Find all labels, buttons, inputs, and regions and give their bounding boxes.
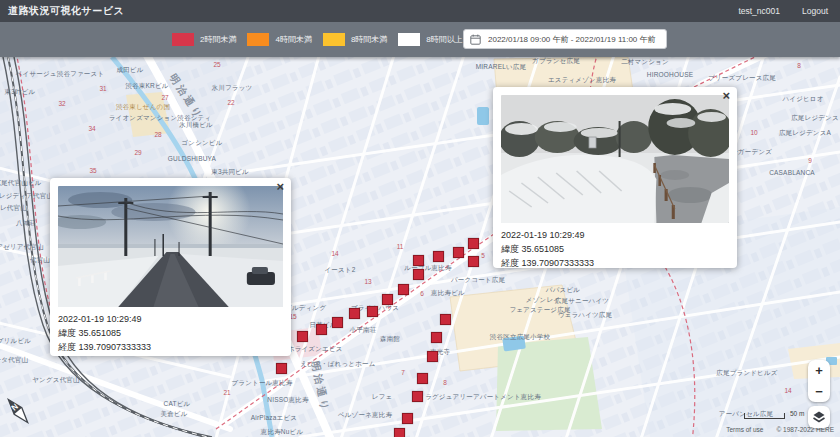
legend-label: 8時間以上 <box>426 34 462 45</box>
map-marker[interactable] <box>402 413 413 424</box>
map-label: ルーブル恵比寿 <box>404 264 451 273</box>
map-label: アゼリア代官山 <box>0 243 44 252</box>
map-label: MIRARELい広尾 <box>476 63 527 72</box>
legend-label: 4時間未満 <box>275 34 311 45</box>
map-label: 二村マンション <box>621 58 669 67</box>
block-number: 28 <box>154 131 161 138</box>
map-label: エスティメゾン恵比寿 <box>548 76 616 85</box>
map-label: 渋谷区立広尾小学校 <box>490 333 550 342</box>
popup-timestamp: 2022-01-19 10:29:49 <box>501 228 729 242</box>
map-marker[interactable] <box>431 332 442 343</box>
layers-button[interactable] <box>808 406 830 428</box>
legend: 2時間未満 4時間未満 8時間未満 8時間以上 <box>172 22 463 57</box>
map-marker[interactable] <box>394 428 405 437</box>
map-marker[interactable] <box>367 306 378 317</box>
map-marker[interactable] <box>413 269 424 280</box>
map-label: CASABLANCA <box>769 169 815 176</box>
map-canvas[interactable]: ベイサージュ渋谷ファースト東3叶ビル成田ビル渋谷東KRビル渋谷東しぜんの国ライオ… <box>0 57 840 437</box>
block-number: 11 <box>397 243 404 250</box>
map-marker[interactable] <box>427 351 438 362</box>
map-label: 渋谷東KRビル <box>125 82 168 91</box>
map-marker[interactable] <box>413 255 424 266</box>
scale-bar <box>744 413 785 419</box>
map-label: ブリーズプレース広尾 <box>708 74 776 83</box>
block-number: 14 <box>331 250 338 257</box>
map-label: ラータ代官山 <box>0 356 28 365</box>
block-number: 10 <box>750 129 757 136</box>
map-label: パパスビル <box>546 286 580 295</box>
close-icon[interactable]: × <box>722 89 730 102</box>
block-number: 35 <box>89 167 96 174</box>
map-marker[interactable] <box>433 251 444 262</box>
map-label: GULDSHIBUYA <box>168 155 216 162</box>
map-marker[interactable] <box>417 373 428 384</box>
terms-of-use-link[interactable]: Terms of use <box>726 426 763 433</box>
zoom-out-button[interactable]: − <box>808 381 830 402</box>
popup-timestamp: 2022-01-19 10:29:49 <box>58 312 283 326</box>
map-label: ハイジヒロオ <box>782 95 823 104</box>
map-label: HIROOHOUSE <box>647 71 693 78</box>
block-number: 6 <box>420 290 424 297</box>
close-icon[interactable]: × <box>276 180 284 193</box>
legend-label: 8時間未満 <box>351 34 387 45</box>
map-label: レフェ <box>372 393 393 402</box>
map-marker[interactable] <box>440 314 451 325</box>
legend-swatch-orange <box>247 33 269 46</box>
map-marker[interactable] <box>398 284 409 295</box>
map-marker[interactable] <box>468 256 479 267</box>
compass-icon[interactable]: N <box>2 394 34 428</box>
legend-item-over-8h: 8時間以上 <box>398 33 462 46</box>
popup-longitude: 経度 139.70907333333 <box>58 340 283 354</box>
map-label: 広尾レジデンス <box>791 114 839 123</box>
popup-latitude: 緯度 35.651085 <box>501 242 729 256</box>
map-marker[interactable] <box>453 247 464 258</box>
app-header: 道路状況可視化サービス test_nc001 Logout <box>0 0 840 22</box>
map-marker[interactable] <box>468 238 479 249</box>
map-marker[interactable] <box>297 331 308 342</box>
block-number: 21 <box>223 389 230 396</box>
map-label: NISSO恵比寿 <box>267 396 308 405</box>
legend-swatch-white <box>398 33 420 46</box>
legend-item-under-4h: 4時間未満 <box>247 33 311 46</box>
logout-button[interactable]: Logout <box>802 6 828 16</box>
block-number: 22 <box>227 99 234 106</box>
map-popup-park: × <box>493 87 737 268</box>
block-number: 8 <box>797 62 801 69</box>
map-label: CATビル <box>164 400 191 409</box>
map-label: ラグジュアリーアパートメント恵比寿 <box>425 393 541 402</box>
map-label: 氷川フラッツ <box>212 84 253 93</box>
date-range-input[interactable] <box>488 35 666 44</box>
map-marker[interactable] <box>412 391 423 402</box>
map-marker[interactable] <box>382 294 393 305</box>
map-marker[interactable] <box>276 363 287 374</box>
date-range-picker[interactable] <box>463 29 667 49</box>
legend-item-under-2h: 2時間未満 <box>172 33 236 46</box>
block-number: 32 <box>58 100 65 107</box>
map-popup-road: × <box>50 178 291 356</box>
map-label: レジディア代官山 <box>0 192 53 201</box>
app-title: 道路状況可視化サービス <box>8 4 124 18</box>
map-marker[interactable] <box>349 308 360 319</box>
map-label: ヴェラハイツ広尾 <box>558 311 613 320</box>
zoom-in-button[interactable]: + <box>808 360 830 381</box>
block-number: 27 <box>161 94 168 101</box>
block-number: 31 <box>99 85 106 92</box>
block-number: 29 <box>134 149 141 156</box>
map-label: ベイサージュ渋谷ファースト <box>16 70 104 79</box>
block-number: 9 <box>808 157 812 164</box>
map-label: トレ代官山 <box>0 204 27 213</box>
map-label: プリルビル <box>0 337 31 346</box>
layers-icon <box>812 410 826 424</box>
map-marker[interactable] <box>316 324 327 335</box>
popup-photo-snow-park <box>501 95 729 223</box>
map-label: 広尾代官山ビル <box>0 179 42 188</box>
map-label: 小平南荘 <box>350 326 377 335</box>
block-number: 7 <box>401 369 405 376</box>
map-marker[interactable] <box>332 317 343 328</box>
map-label: 恵比寿ビル <box>431 289 465 298</box>
block-number: 5 <box>481 252 485 259</box>
popup-longitude: 経度 139.70907333333 <box>501 256 729 270</box>
map-label: 森南館 <box>380 335 400 344</box>
map-label: 東3共同ビル <box>211 168 249 177</box>
username: test_nc001 <box>738 6 780 16</box>
